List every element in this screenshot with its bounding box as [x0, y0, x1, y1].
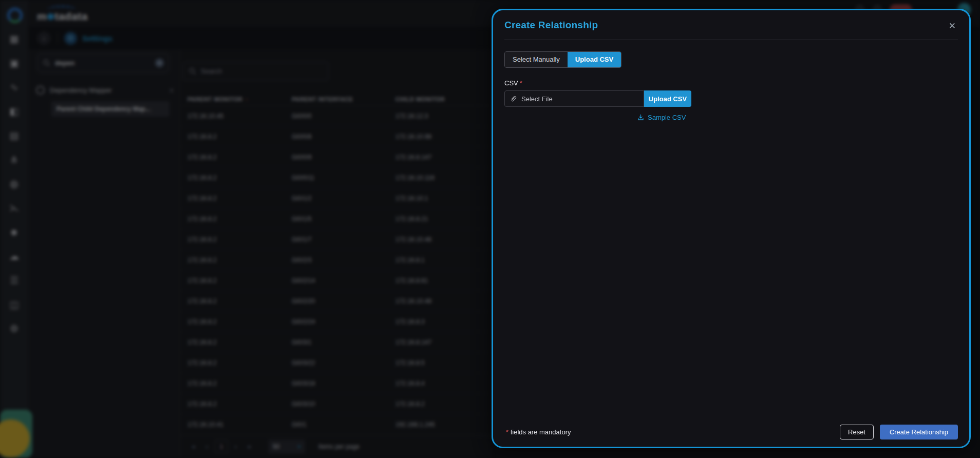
tab-select-manually[interactable]: Select Manually: [505, 52, 568, 67]
create-relationship-button[interactable]: Create Relationship: [880, 425, 958, 439]
mandatory-note-text: fields are mandatory: [508, 428, 571, 436]
sample-csv-link[interactable]: Sample CSV: [637, 114, 686, 121]
paperclip-icon: [510, 95, 517, 103]
close-icon[interactable]: ✕: [947, 20, 958, 32]
screen: mtadata ▦▣∿◧▤⋔◍⋋☻☁☰◫⚙ ‹ ⚙ Settings: [0, 0, 980, 458]
file-placeholder: Select File: [521, 95, 553, 103]
reset-button[interactable]: Reset: [840, 425, 874, 439]
file-select-input[interactable]: Select File: [504, 90, 644, 107]
create-relationship-modal: Create Relationship ✕ Select Manually Up…: [492, 9, 971, 448]
required-asterisk: *: [520, 79, 522, 87]
modal-footer: * fields are mandatory Reset Create Rela…: [504, 425, 958, 439]
download-icon: [637, 114, 645, 121]
csv-file-row: Select File Upload CSV: [504, 90, 691, 107]
mode-tabs: Select Manually Upload CSV: [504, 51, 621, 68]
modal-header-divider: [504, 40, 958, 40]
modal-actions: Reset Create Relationship: [840, 425, 958, 439]
sample-csv-label: Sample CSV: [648, 114, 686, 121]
modal-header: Create Relationship ✕: [504, 20, 958, 32]
tab-upload-csv[interactable]: Upload CSV: [568, 52, 621, 67]
modal-body-spacer: [504, 121, 958, 425]
upload-csv-button[interactable]: Upload CSV: [644, 90, 691, 107]
mandatory-fields-note: * fields are mandatory: [504, 428, 571, 436]
modal-title: Create Relationship: [504, 20, 598, 31]
csv-label-text: CSV: [504, 79, 518, 87]
csv-field-label: CSV*: [504, 79, 958, 87]
